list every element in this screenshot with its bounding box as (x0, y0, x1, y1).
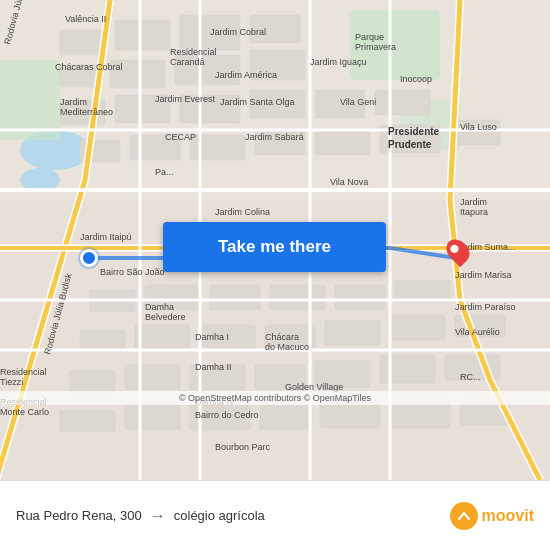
route-from-label: Rua Pedro Rena, 300 (16, 508, 142, 523)
svg-text:Itapura: Itapura (460, 207, 488, 217)
svg-text:Jardim: Jardim (60, 97, 87, 107)
svg-text:Vila Aurélio: Vila Aurélio (455, 327, 500, 337)
svg-text:Jardim: Jardim (460, 197, 487, 207)
svg-text:Jardim Sabará: Jardim Sabará (245, 132, 304, 142)
svg-text:Valência II: Valência II (65, 14, 106, 24)
svg-rect-46 (380, 355, 435, 383)
svg-text:Primavera: Primavera (355, 42, 396, 52)
svg-rect-41 (70, 370, 115, 392)
svg-text:do Macuco: do Macuco (265, 342, 309, 352)
svg-rect-42 (125, 365, 180, 390)
svg-rect-31 (270, 285, 325, 310)
svg-text:Vila Luso: Vila Luso (460, 122, 497, 132)
svg-text:Residencial: Residencial (0, 367, 47, 377)
svg-text:Jardim Paraíso: Jardim Paraíso (455, 302, 516, 312)
svg-text:Mediterrâneo: Mediterrâneo (60, 107, 113, 117)
svg-rect-23 (190, 135, 245, 160)
svg-text:Carandá: Carandá (170, 57, 205, 67)
svg-text:Vila Nova: Vila Nova (330, 177, 368, 187)
destination-marker (448, 238, 468, 264)
svg-text:Presidente: Presidente (388, 126, 440, 137)
svg-text:Bairro do Cedro: Bairro do Cedro (195, 410, 259, 420)
svg-text:Inocoop: Inocoop (400, 74, 432, 84)
svg-text:Damha I: Damha I (195, 332, 229, 342)
svg-rect-35 (135, 325, 190, 350)
svg-rect-51 (260, 405, 310, 430)
map-container: Rodovia Júlia Budisk Valência II Jardim … (0, 0, 550, 480)
svg-text:Damha II: Damha II (195, 362, 232, 372)
svg-text:Chácaras Cobral: Chácaras Cobral (55, 62, 123, 72)
svg-text:Jardim América: Jardim América (215, 70, 277, 80)
svg-text:Pa...: Pa... (155, 167, 174, 177)
svg-text:Parque: Parque (355, 32, 384, 42)
moovit-logo: moovit (450, 502, 534, 530)
take-me-there-button[interactable]: Take me there (163, 222, 386, 272)
svg-rect-20 (375, 90, 430, 115)
svg-text:Bourbon Parc: Bourbon Parc (215, 442, 271, 452)
svg-rect-49 (125, 405, 180, 430)
moovit-text: moovit (482, 507, 534, 525)
svg-text:Monte Carlo: Monte Carlo (0, 407, 49, 417)
route-info: Rua Pedro Rena, 300 → colégio agrícola (16, 507, 450, 525)
route-to-label: colégio agrícola (174, 508, 265, 523)
svg-text:Jardim Itaipú: Jardim Itaipú (80, 232, 132, 242)
svg-text:Vila Geni: Vila Geni (340, 97, 376, 107)
svg-text:Chácara: Chácara (265, 332, 299, 342)
svg-text:Jardim Colina: Jardim Colina (215, 207, 270, 217)
svg-rect-25 (315, 130, 370, 155)
svg-text:Jardim Everest: Jardim Everest (155, 94, 216, 104)
svg-rect-5 (0, 60, 60, 140)
svg-text:Jardim Santa Olga: Jardim Santa Olga (220, 97, 295, 107)
svg-text:Tiezzi: Tiezzi (0, 377, 23, 387)
svg-rect-32 (335, 285, 385, 310)
svg-rect-48 (60, 410, 115, 432)
svg-text:Belvedere: Belvedere (145, 312, 186, 322)
moovit-icon (450, 502, 478, 530)
svg-text:Jardim Iguaçu: Jardim Iguaçu (310, 57, 367, 67)
svg-text:RC...: RC... (460, 372, 481, 382)
svg-text:Bairro São João: Bairro São João (100, 267, 165, 277)
svg-rect-30 (210, 285, 260, 310)
svg-rect-8 (115, 20, 170, 50)
route-arrow-icon: → (150, 507, 166, 525)
svg-rect-7 (60, 30, 105, 55)
osm-attribution: © OpenStreetMap contributors © OpenMapTi… (0, 391, 550, 405)
origin-marker (80, 249, 98, 267)
svg-rect-38 (325, 320, 380, 345)
svg-text:CECAP: CECAP (165, 132, 196, 142)
bottom-bar: Rua Pedro Rena, 300 → colégio agrícola m… (0, 480, 550, 550)
svg-rect-39 (390, 315, 445, 340)
svg-text:Jardim Cobral: Jardim Cobral (210, 27, 266, 37)
svg-text:Damha: Damha (145, 302, 174, 312)
svg-text:Prudente: Prudente (388, 139, 432, 150)
svg-text:Residencial: Residencial (170, 47, 217, 57)
svg-text:Jardim Marisa: Jardim Marisa (455, 270, 512, 280)
